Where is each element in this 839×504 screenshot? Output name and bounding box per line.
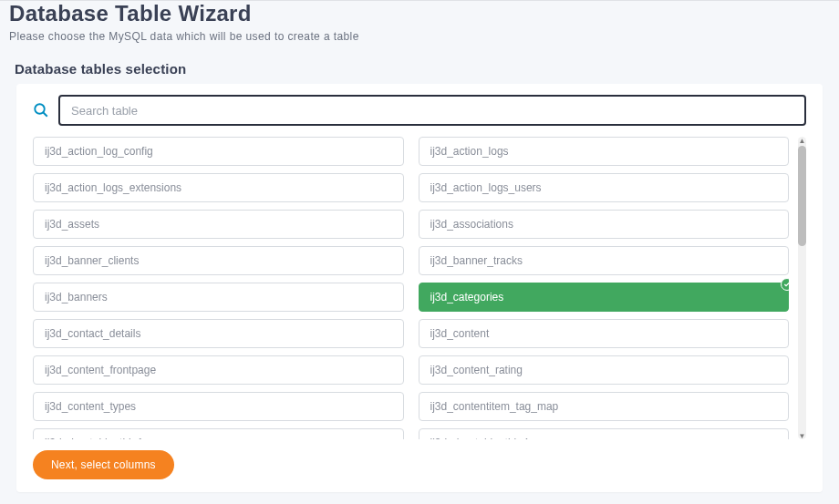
table-item-label: ij3d_content_rating bbox=[430, 364, 523, 376]
table-item-label: ij3d_assets bbox=[45, 218, 99, 231]
table-item[interactable]: ij3d_content bbox=[419, 319, 790, 348]
search-input[interactable] bbox=[58, 95, 806, 126]
tables-scroll-area[interactable]: ij3d_action_log_configij3d_action_logsij… bbox=[33, 137, 789, 439]
table-item[interactable]: ij3d_droptable_tbl_4 bbox=[419, 428, 790, 439]
page-subtitle: Please choose the MySQL data which will … bbox=[9, 30, 830, 43]
table-item[interactable]: ij3d_contact_details bbox=[33, 319, 404, 348]
scrollbar-track[interactable]: ▲ ▼ bbox=[798, 137, 806, 439]
section-title: Database tables selection bbox=[0, 50, 839, 84]
table-item[interactable]: ij3d_action_logs_users bbox=[419, 173, 790, 202]
table-item[interactable]: ij3d_action_logs_extensions bbox=[33, 173, 404, 202]
table-item[interactable]: ij3d_banner_tracks bbox=[419, 246, 790, 275]
table-item-label: ij3d_contentitem_tag_map bbox=[430, 400, 559, 413]
table-item-label: ij3d_droptable_tbl_1 bbox=[45, 437, 143, 439]
table-item[interactable]: ij3d_assets bbox=[33, 210, 404, 239]
tables-card: ij3d_action_log_configij3d_action_logsij… bbox=[16, 84, 823, 492]
table-item[interactable]: ij3d_droptable_tbl_1 bbox=[33, 428, 404, 439]
table-item-label: ij3d_contact_details bbox=[45, 327, 140, 340]
table-item-label: ij3d_categories bbox=[430, 291, 504, 303]
table-item-label: ij3d_action_logs_extensions bbox=[45, 181, 181, 194]
next-button[interactable]: Next, select columns bbox=[33, 450, 174, 479]
table-item[interactable]: ij3d_associations bbox=[419, 210, 790, 239]
table-item[interactable]: ij3d_action_log_config bbox=[33, 137, 404, 166]
table-item-label: ij3d_action_logs_users bbox=[430, 181, 542, 194]
page-title: Database Table Wizard bbox=[9, 1, 830, 26]
search-icon bbox=[33, 102, 49, 118]
table-item[interactable]: ij3d_banner_clients bbox=[33, 246, 404, 275]
table-item[interactable]: ij3d_action_logs bbox=[419, 137, 790, 166]
table-item-label: ij3d_content bbox=[430, 327, 490, 340]
table-item[interactable]: ij3d_content_rating bbox=[419, 355, 790, 385]
table-item-label: ij3d_associations bbox=[430, 218, 513, 231]
table-item-label: ij3d_content_types bbox=[45, 400, 136, 413]
table-item-label: ij3d_content_frontpage bbox=[45, 364, 156, 376]
table-item-label: ij3d_banner_clients bbox=[45, 254, 139, 267]
table-item-label: ij3d_banner_tracks bbox=[430, 254, 523, 267]
svg-point-0 bbox=[35, 104, 45, 114]
scrollbar-down-arrow[interactable]: ▼ bbox=[798, 431, 806, 440]
table-item[interactable]: ij3d_content_types bbox=[33, 392, 404, 421]
table-item-label: ij3d_action_logs bbox=[430, 145, 509, 158]
table-item[interactable]: ij3d_categories bbox=[419, 283, 790, 312]
svg-line-1 bbox=[43, 112, 47, 117]
scrollbar-up-arrow[interactable]: ▲ bbox=[798, 136, 806, 145]
search-row bbox=[33, 95, 806, 126]
table-item[interactable]: ij3d_contentitem_tag_map bbox=[419, 392, 790, 421]
table-item[interactable]: ij3d_content_frontpage bbox=[33, 355, 404, 385]
table-item[interactable]: ij3d_banners bbox=[33, 283, 404, 312]
table-item-label: ij3d_banners bbox=[45, 291, 108, 303]
table-item-label: ij3d_action_log_config bbox=[45, 145, 153, 158]
check-icon bbox=[781, 278, 789, 291]
table-item-label: ij3d_droptable_tbl_4 bbox=[430, 437, 529, 439]
scrollbar-thumb[interactable] bbox=[798, 146, 806, 246]
